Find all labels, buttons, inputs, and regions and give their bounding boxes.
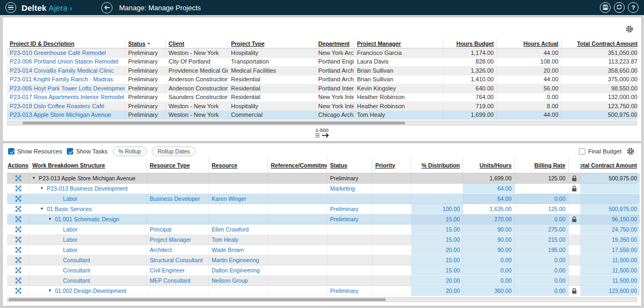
cell-total[interactable]: 123,600.00	[580, 286, 640, 296]
project-row[interactable]: P23-014 Corvallis Family Medical ClinicP…	[7, 66, 637, 75]
rtype-link[interactable]: Business Developer	[150, 195, 200, 202]
project-link[interactable]: P23-010 Greenhouse Café Remodel	[10, 50, 106, 56]
resource-link[interactable]: Martin Engineering	[212, 257, 259, 263]
cell-pct[interactable]: 20.00	[411, 276, 463, 285]
resource-link[interactable]: Dalton Engineering	[212, 267, 260, 274]
wbs-label[interactable]: Consultant	[63, 267, 90, 274]
project-link[interactable]: P23-011 Knight Family Ranch - Madras	[10, 76, 113, 82]
project-row[interactable]: P23-017 Ross Apartments Interior Remodel…	[7, 93, 637, 102]
show-resources-checkbox[interactable]: Show Resources	[8, 148, 62, 155]
column-header-lock[interactable]	[569, 157, 580, 173]
resource-link[interactable]: Tom Healy	[212, 236, 239, 243]
collapse-caret-icon[interactable]: ▼	[40, 186, 47, 191]
back-button[interactable]	[101, 2, 113, 13]
wbs-grid-settings-gear-icon[interactable]	[626, 147, 635, 156]
move-task-icon[interactable]	[15, 195, 22, 202]
wbs-label[interactable]: Labor	[63, 247, 78, 253]
wbs-row[interactable]: ▼01.002 Design DevelopmentPreliminary20.…	[7, 286, 637, 296]
column-header-priority[interactable]: Priority	[373, 157, 411, 173]
cell-rate[interactable]: 0.00	[515, 276, 569, 285]
lock-icon[interactable]	[572, 216, 577, 222]
move-task-icon[interactable]	[15, 257, 22, 263]
cell-total[interactable]: 17,550.00	[580, 245, 640, 255]
projects-horizontal-scrollbar[interactable]	[7, 121, 637, 125]
cell-rate[interactable]: 0.00	[515, 286, 569, 296]
cell-total[interactable]	[580, 184, 640, 193]
sync-button[interactable]	[614, 2, 625, 13]
wbs-label[interactable]: Consultant	[63, 277, 90, 284]
cell-pct[interactable]: 15.00	[411, 265, 463, 275]
cell-units[interactable]: 90.00	[463, 225, 515, 234]
project-row[interactable]: P23-005 Hoyt Park Tower Lofts Developmen…	[7, 84, 637, 93]
project-row[interactable]: P23-011 Knight Family Ranch - MadrasPrel…	[7, 75, 637, 85]
cell-rate[interactable]: 275.00	[515, 225, 569, 234]
cell-pct[interactable]: 15.00	[411, 225, 463, 234]
cell-units[interactable]: 64.00	[463, 194, 515, 204]
project-link[interactable]: P23-018 Oslo Coffee Roasters Café	[10, 103, 104, 109]
wbs-row[interactable]: ConsultantMEP ConsultantNeilson Group20.…	[7, 276, 637, 286]
wbs-row[interactable]: ▼P23-013 Business DevelopmentMarketing64…	[7, 184, 637, 194]
cell-pct[interactable]: 15.00	[411, 235, 463, 244]
rtype-link[interactable]: Principal	[150, 226, 171, 233]
wbs-row[interactable]: LaborBusiness DeveloperKaren Winger64.00…	[7, 194, 637, 204]
project-row[interactable]: P23-006 Portland Union Station RemodelPr…	[7, 58, 637, 67]
resource-link[interactable]: Karen Winger	[212, 195, 246, 202]
collapse-caret-icon[interactable]: ▼	[40, 207, 47, 211]
collapse-caret-icon[interactable]: ▼	[48, 289, 55, 293]
column-header-actual[interactable]: Hours Actual	[497, 39, 562, 48]
lock-icon[interactable]	[572, 176, 577, 181]
cell-pct[interactable]: 100.00	[411, 204, 463, 214]
column-header-pm[interactable]: Project Manager	[354, 39, 443, 48]
move-task-icon[interactable]	[15, 175, 22, 181]
status-link[interactable]: Marketing	[330, 185, 355, 192]
rtype-link[interactable]: Civil Engineer	[150, 267, 185, 274]
hamburger-menu-button[interactable]	[5, 2, 16, 13]
status-link[interactable]: Preliminary	[330, 206, 359, 212]
cell-total[interactable]: 96,150.00	[580, 214, 640, 224]
cell-units[interactable]: 360.00	[463, 286, 515, 296]
cell-total[interactable]: 500,975.00	[580, 173, 640, 183]
move-task-icon[interactable]	[15, 288, 22, 294]
column-header-client[interactable]: Client	[166, 39, 228, 48]
wbs-row[interactable]: LaborPrincipalEllen Crawford15.0090.0027…	[7, 225, 637, 235]
move-task-icon[interactable]	[15, 185, 22, 192]
cell-units[interactable]: 270.00	[463, 214, 515, 224]
cell-pct[interactable]: 15.00	[411, 255, 463, 265]
column-header-rtype[interactable]: Resource Type	[147, 157, 209, 173]
column-header-resource[interactable]: Resource	[209, 157, 268, 173]
projects-scrollbar-thumb[interactable]	[23, 122, 405, 124]
project-link[interactable]: P23-005 Hoyt Park Tower Lofts Developmen…	[10, 85, 125, 92]
column-header-status[interactable]: Status	[327, 157, 373, 173]
lock-icon[interactable]	[572, 186, 577, 192]
cell-units[interactable]: 0.00	[463, 276, 515, 285]
projects-grid-settings-gear-icon[interactable]	[625, 25, 634, 33]
move-task-icon[interactable]	[15, 247, 22, 253]
move-task-icon[interactable]	[15, 206, 22, 212]
project-link[interactable]: P23-006 Portland Union Station Remodel	[10, 58, 118, 65]
cell-total[interactable]: 11,500.00	[580, 276, 640, 285]
rtype-link[interactable]: Structural Consultant	[150, 257, 202, 263]
rtype-link[interactable]: Project Manager	[150, 236, 191, 243]
lock-icon[interactable]	[572, 288, 577, 294]
cell-total[interactable]: 19,350.00	[580, 235, 640, 244]
cell-units[interactable]: 0.00	[463, 255, 515, 265]
cell-rate[interactable]: 0.00	[515, 265, 569, 275]
wbs-label[interactable]: Consultant	[63, 257, 90, 263]
column-header-total[interactable]: Total Contract Amount	[580, 157, 640, 173]
wbs-horizontal-scrollbar[interactable]	[7, 297, 637, 302]
wbs-row[interactable]: ConsultantCivil EngineerDalton Engineeri…	[7, 265, 637, 276]
collapse-caret-icon[interactable]: ▼	[32, 176, 39, 180]
final-budget-checkbox[interactable]: Final Budget	[579, 148, 621, 155]
wbs-label[interactable]: Labor	[63, 226, 78, 233]
move-task-icon[interactable]	[15, 277, 22, 284]
cell-rate[interactable]: 0.00	[515, 214, 569, 224]
column-header-actions[interactable]: Actions	[7, 157, 30, 173]
move-task-icon[interactable]	[15, 226, 22, 233]
wbs-label[interactable]: Labor	[63, 236, 78, 243]
cell-total[interactable]: 11,500.00	[580, 265, 640, 275]
collapse-caret-icon[interactable]: ▼	[48, 217, 55, 221]
status-link[interactable]: Preliminary	[330, 216, 359, 222]
project-link[interactable]: P23-014 Corvallis Family Medical Clinic	[10, 67, 114, 74]
wbs-row[interactable]: ▼P23-013 Apple Store Michigan AvenuePrel…	[7, 173, 637, 184]
rollup-dates-button[interactable]: Rollup Dates	[152, 146, 196, 156]
